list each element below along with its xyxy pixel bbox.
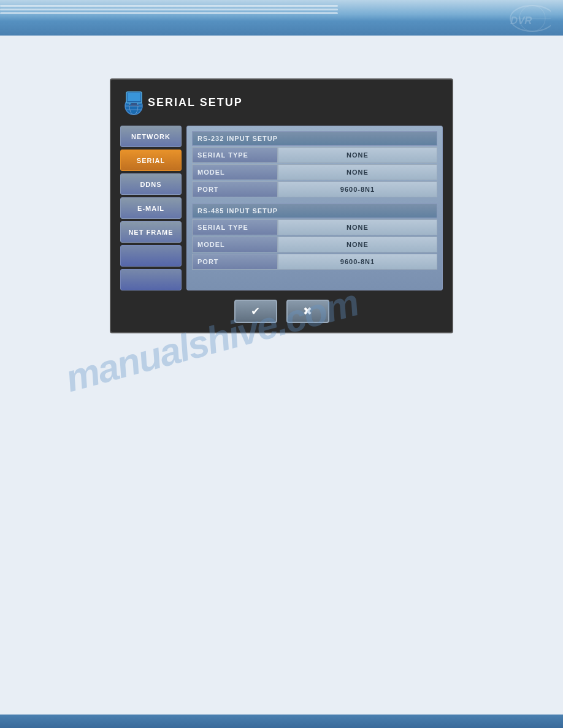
rs232-row-port: PORT 9600-8N1: [192, 181, 437, 197]
globe-icon: [120, 89, 148, 116]
sidebar-item-netframe[interactable]: NET FRAME: [120, 221, 182, 243]
rs485-serial-type-label: SERIAL TYPE: [192, 219, 278, 235]
rs485-header: RS-485 INPUT SETUP: [192, 203, 437, 218]
rs232-section: RS-232 INPUT SETUP SERIAL TYPE NONE MODE…: [192, 131, 437, 197]
sidebar-item-empty2: [120, 269, 182, 290]
svg-text:DVR: DVR: [510, 15, 532, 26]
svg-rect-10: [128, 93, 140, 101]
cancel-icon: ✖: [303, 305, 312, 318]
banner-globe-icon: DVR: [477, 3, 551, 34]
ok-icon: ✔: [251, 305, 260, 318]
rs485-section: RS-485 INPUT SETUP SERIAL TYPE NONE MODE…: [192, 203, 437, 270]
sidebar-item-ddns[interactable]: DDNS: [120, 173, 182, 195]
rs232-row-serial-type: SERIAL TYPE NONE: [192, 147, 437, 163]
rs232-port-label: PORT: [192, 181, 278, 197]
content-area: SERIAL SETUP NETWORK SERIAL DDNS E-MAIL: [0, 36, 563, 352]
rs485-model-label: MODEL: [192, 237, 278, 252]
rs232-serial-type-value[interactable]: NONE: [278, 147, 437, 163]
dialog-header: SERIAL SETUP: [120, 89, 443, 116]
svg-rect-11: [131, 103, 137, 105]
rs232-model-value[interactable]: NONE: [278, 164, 437, 180]
sidebar-item-email[interactable]: E-MAIL: [120, 197, 182, 219]
ok-button[interactable]: ✔: [234, 300, 277, 323]
banner-lines: [0, 5, 338, 23]
bottom-banner: [0, 715, 563, 728]
rs232-port-value[interactable]: 9600-8N1: [278, 181, 437, 197]
rs485-model-value[interactable]: NONE: [278, 237, 437, 252]
rs485-serial-type-value[interactable]: NONE: [278, 219, 437, 235]
rs485-row-port: PORT 9600-8N1: [192, 254, 437, 270]
sidebar-item-serial[interactable]: SERIAL: [120, 150, 182, 171]
cancel-button[interactable]: ✖: [286, 300, 329, 323]
rs485-port-label: PORT: [192, 254, 278, 270]
top-banner: DVR: [0, 0, 563, 36]
rs232-serial-type-label: SERIAL TYPE: [192, 147, 278, 163]
sidebar-item-network[interactable]: NETWORK: [120, 126, 182, 147]
rs232-row-model: MODEL NONE: [192, 164, 437, 180]
dialog-footer: ✔ ✖: [120, 300, 443, 323]
rs485-row-serial-type: SERIAL TYPE NONE: [192, 219, 437, 235]
rs232-model-label: MODEL: [192, 164, 278, 180]
dialog-title: SERIAL SETUP: [148, 96, 243, 109]
serial-setup-dialog: SERIAL SETUP NETWORK SERIAL DDNS E-MAIL: [110, 78, 453, 333]
dialog-body: NETWORK SERIAL DDNS E-MAIL NET FRAME: [120, 126, 443, 290]
rs485-port-value[interactable]: 9600-8N1: [278, 254, 437, 270]
main-panel: RS-232 INPUT SETUP SERIAL TYPE NONE MODE…: [186, 126, 443, 290]
rs485-row-model: MODEL NONE: [192, 237, 437, 252]
sidebar-item-empty1: [120, 245, 182, 267]
sidebar: NETWORK SERIAL DDNS E-MAIL NET FRAME: [120, 126, 182, 290]
svg-rect-12: [129, 105, 139, 106]
rs232-header: RS-232 INPUT SETUP: [192, 131, 437, 146]
